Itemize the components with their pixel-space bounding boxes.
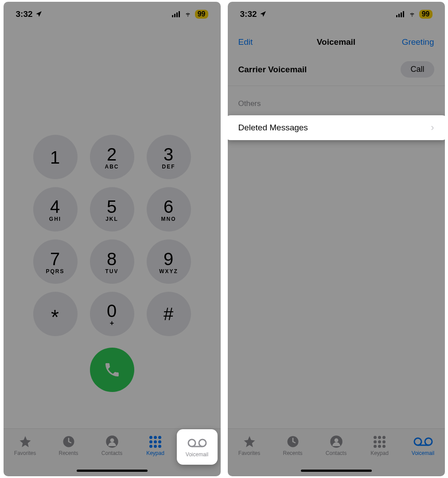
tab-label: Voicemail	[186, 451, 208, 458]
keypad-icon	[374, 436, 386, 448]
battery-badge: 99	[195, 10, 208, 19]
call-button[interactable]	[90, 348, 134, 392]
carrier-voicemail-label: Carrier Voicemail	[238, 65, 307, 74]
home-indicator[interactable]	[77, 470, 148, 472]
phone-screen-keypad: 3:32 99 1 2ABC 3DEF 4GHI 5JKL 6MNO 7PQRS…	[4, 2, 221, 476]
key-hash[interactable]: #	[147, 292, 191, 336]
svg-rect-10	[396, 15, 397, 17]
voicemail-icon	[413, 437, 433, 447]
cellular-icon	[172, 11, 181, 17]
greeting-button[interactable]: Greeting	[402, 37, 434, 47]
svg-point-16	[334, 439, 338, 443]
tab-contacts[interactable]: Contacts	[316, 435, 357, 456]
keypad: 1 2ABC 3DEF 4GHI 5JKL 6MNO 7PQRS 8TUV 9W…	[4, 135, 221, 392]
tab-label: Favorites	[238, 450, 260, 456]
key-6[interactable]: 6MNO	[147, 187, 191, 231]
deleted-messages-label: Deleted Messages	[238, 123, 308, 133]
contact-icon	[330, 435, 343, 448]
page-title: Voicemail	[317, 37, 355, 47]
key-3[interactable]: 3DEF	[147, 135, 191, 179]
battery-badge: 99	[419, 10, 432, 19]
wifi-icon	[408, 11, 417, 17]
contact-icon	[105, 435, 119, 448]
svg-rect-3	[179, 11, 180, 17]
keypad-icon	[149, 436, 161, 448]
key-9[interactable]: 9WXYZ	[147, 239, 191, 284]
voicemail-icon	[187, 438, 207, 448]
deleted-messages-row[interactable]: Deleted Messages ›	[228, 115, 445, 140]
tab-voicemail[interactable]: Voicemail	[403, 435, 444, 456]
tab-label: Recents	[283, 450, 302, 456]
cellular-icon	[396, 11, 405, 17]
key-star[interactable]: *	[33, 292, 78, 336]
tab-voicemail[interactable]: Voicemail	[177, 429, 218, 465]
phone-screen-voicemail: 3:32 99 Edit Voicemail Greeting Carrier …	[228, 2, 445, 476]
key-5[interactable]: 5JKL	[90, 187, 134, 231]
wifi-icon	[183, 11, 192, 17]
section-header-others: Others	[228, 86, 445, 113]
svg-rect-0	[172, 15, 173, 17]
svg-point-7	[188, 439, 195, 447]
key-0[interactable]: 0+	[90, 292, 134, 336]
key-2[interactable]: 2ABC	[90, 135, 134, 179]
svg-rect-13	[403, 11, 404, 17]
svg-point-18	[425, 438, 432, 445]
tab-recents[interactable]: Recents	[48, 435, 89, 456]
nav-bar: Edit Voicemail Greeting	[228, 31, 445, 53]
svg-point-17	[414, 438, 421, 445]
phone-icon	[103, 361, 121, 379]
tab-bar: Favorites Recents Contacts Keypad Voicem…	[228, 428, 445, 476]
key-4[interactable]: 4GHI	[33, 187, 78, 231]
key-1[interactable]: 1	[33, 135, 78, 179]
status-time: 3:32	[16, 9, 33, 19]
star-icon	[243, 435, 256, 448]
tab-keypad[interactable]: Keypad	[135, 435, 176, 456]
star-icon	[19, 435, 32, 448]
call-button[interactable]: Call	[401, 61, 434, 78]
location-icon	[260, 11, 267, 18]
svg-rect-2	[176, 12, 178, 17]
status-bar: 3:32 99	[4, 2, 221, 27]
tab-label: Voicemail	[412, 450, 434, 456]
svg-point-8	[199, 439, 206, 447]
tab-label: Contacts	[101, 450, 122, 456]
clock-icon	[62, 435, 75, 448]
svg-point-6	[110, 439, 114, 443]
svg-rect-11	[398, 14, 400, 17]
tab-keypad[interactable]: Keypad	[359, 435, 400, 456]
tab-label: Favorites	[14, 450, 36, 456]
tab-label: Keypad	[370, 450, 389, 456]
edit-button[interactable]: Edit	[238, 37, 253, 47]
tab-favorites[interactable]: Favorites	[5, 435, 46, 456]
tab-label: Recents	[58, 450, 78, 456]
tab-label: Keypad	[146, 450, 164, 456]
clock-icon	[286, 435, 300, 448]
tab-favorites[interactable]: Favorites	[229, 435, 270, 456]
key-7[interactable]: 7PQRS	[33, 239, 78, 284]
home-indicator[interactable]	[301, 470, 372, 472]
carrier-voicemail-row: Carrier Voicemail Call	[228, 53, 445, 86]
svg-rect-1	[174, 14, 175, 17]
status-bar: 3:32 99	[228, 2, 445, 27]
tab-label: Contacts	[326, 450, 347, 456]
tab-contacts[interactable]: Contacts	[92, 435, 132, 456]
location-icon	[35, 11, 43, 18]
svg-rect-12	[401, 12, 402, 17]
tab-recents[interactable]: Recents	[273, 435, 313, 456]
key-8[interactable]: 8TUV	[90, 239, 134, 284]
chevron-right-icon: ›	[431, 122, 434, 133]
status-time: 3:32	[240, 9, 257, 19]
